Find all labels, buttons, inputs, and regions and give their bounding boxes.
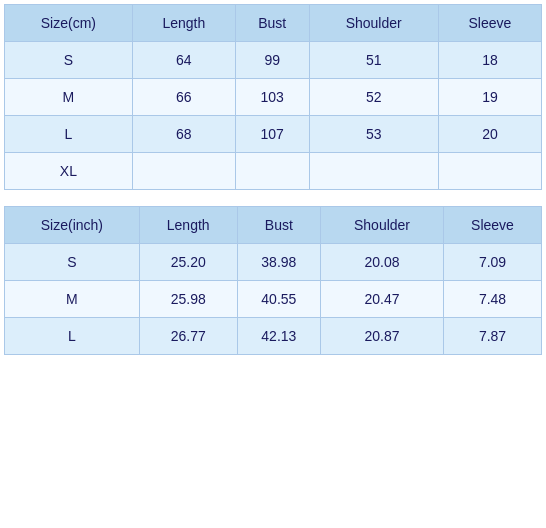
cm-col-length: Length	[132, 5, 235, 42]
cm-col-shoulder: Shoulder	[309, 5, 438, 42]
inch-cell-1-2: 40.55	[237, 281, 320, 318]
inch-table-row: S25.2038.9820.087.09	[5, 244, 542, 281]
inch-col-size: Size(inch)	[5, 207, 140, 244]
inch-cell-0-3: 20.08	[321, 244, 444, 281]
cm-cell-3-2	[235, 153, 309, 190]
cm-table-row: M661035219	[5, 79, 542, 116]
cm-cell-1-2: 103	[235, 79, 309, 116]
cm-cell-3-3	[309, 153, 438, 190]
cm-cell-1-3: 52	[309, 79, 438, 116]
inch-cell-1-1: 25.98	[139, 281, 237, 318]
cm-cell-0-2: 99	[235, 42, 309, 79]
cm-header-row: Size(cm) Length Bust Shoulder Sleeve	[5, 5, 542, 42]
table-divider	[4, 198, 542, 206]
inch-col-shoulder: Shoulder	[321, 207, 444, 244]
inch-table: Size(inch) Length Bust Shoulder Sleeve S…	[4, 206, 542, 355]
cm-table-row: L681075320	[5, 116, 542, 153]
inch-cell-0-4: 7.09	[444, 244, 542, 281]
cm-cell-0-0: S	[5, 42, 133, 79]
inch-col-length: Length	[139, 207, 237, 244]
cm-table: Size(cm) Length Bust Shoulder Sleeve S64…	[4, 4, 542, 190]
inch-cell-0-0: S	[5, 244, 140, 281]
cm-cell-2-3: 53	[309, 116, 438, 153]
inch-cell-2-4: 7.87	[444, 318, 542, 355]
cm-cell-1-1: 66	[132, 79, 235, 116]
cm-cell-2-4: 20	[438, 116, 541, 153]
cm-col-bust: Bust	[235, 5, 309, 42]
inch-cell-0-2: 38.98	[237, 244, 320, 281]
cm-table-row: XL	[5, 153, 542, 190]
cm-col-sleeve: Sleeve	[438, 5, 541, 42]
cm-cell-1-4: 19	[438, 79, 541, 116]
size-chart-container: Size(cm) Length Bust Shoulder Sleeve S64…	[0, 0, 546, 367]
inch-cell-2-2: 42.13	[237, 318, 320, 355]
inch-cell-1-3: 20.47	[321, 281, 444, 318]
cm-cell-0-4: 18	[438, 42, 541, 79]
cm-cell-3-0: XL	[5, 153, 133, 190]
cm-cell-1-0: M	[5, 79, 133, 116]
cm-cell-3-1	[132, 153, 235, 190]
cm-cell-3-4	[438, 153, 541, 190]
inch-cell-1-4: 7.48	[444, 281, 542, 318]
inch-cell-2-3: 20.87	[321, 318, 444, 355]
inch-cell-2-0: L	[5, 318, 140, 355]
inch-table-row: L26.7742.1320.877.87	[5, 318, 542, 355]
cm-cell-0-3: 51	[309, 42, 438, 79]
cm-cell-0-1: 64	[132, 42, 235, 79]
cm-cell-2-2: 107	[235, 116, 309, 153]
inch-header-row: Size(inch) Length Bust Shoulder Sleeve	[5, 207, 542, 244]
inch-cell-0-1: 25.20	[139, 244, 237, 281]
inch-col-bust: Bust	[237, 207, 320, 244]
cm-col-size: Size(cm)	[5, 5, 133, 42]
inch-cell-2-1: 26.77	[139, 318, 237, 355]
inch-table-row: M25.9840.5520.477.48	[5, 281, 542, 318]
inch-cell-1-0: M	[5, 281, 140, 318]
inch-col-sleeve: Sleeve	[444, 207, 542, 244]
cm-cell-2-0: L	[5, 116, 133, 153]
cm-table-row: S64995118	[5, 42, 542, 79]
cm-cell-2-1: 68	[132, 116, 235, 153]
